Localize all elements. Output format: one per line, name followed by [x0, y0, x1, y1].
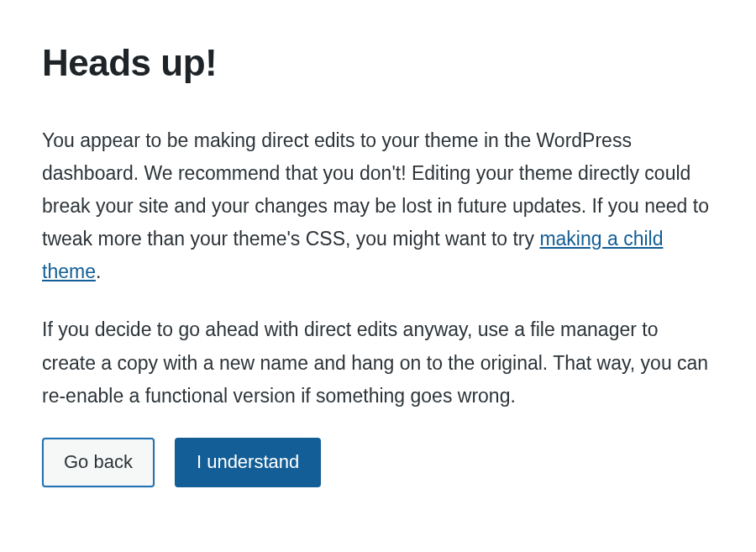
dialog-paragraph-1: You appear to be making direct edits to … — [42, 124, 714, 288]
dialog-heading: Heads up! — [42, 42, 714, 84]
paragraph-1-text-after: . — [96, 260, 101, 282]
i-understand-button[interactable]: I understand — [175, 438, 321, 487]
warning-dialog: Heads up! You appear to be making direct… — [42, 42, 714, 487]
go-back-button[interactable]: Go back — [42, 438, 155, 487]
dialog-button-row: Go back I understand — [42, 438, 714, 487]
dialog-paragraph-2: If you decide to go ahead with direct ed… — [42, 313, 714, 412]
